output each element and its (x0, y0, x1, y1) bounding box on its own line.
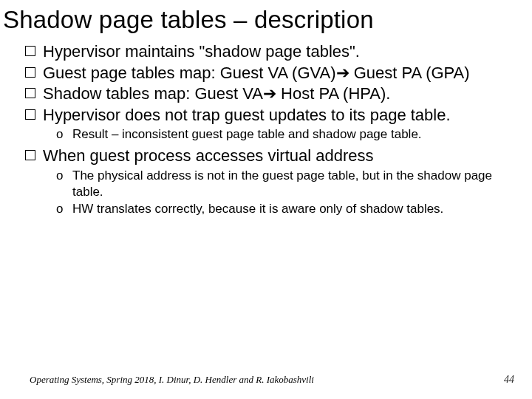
sub-bullet-item: o HW translates correctly, because it is… (56, 201, 513, 217)
circle-bullet-icon: o (56, 126, 72, 143)
square-bullet-icon (25, 67, 35, 78)
bullet-text-part: Guest PA (GPA) (349, 64, 470, 82)
page-number: 44 (504, 374, 514, 386)
bullet-text-part: Shadow tables map: Guest VA (43, 84, 263, 103)
square-bullet-icon (25, 109, 35, 120)
bullet-text: Hypervisor does not trap guest updates t… (43, 105, 513, 126)
bullet-text-part: Guest page tables map: Guest VA (GVA) (43, 64, 336, 82)
bullet-text: Shadow tables map: Guest VA➔ Host PA (HP… (43, 83, 513, 104)
circle-bullet-icon: o (56, 168, 72, 200)
square-bullet-icon (25, 46, 35, 56)
square-bullet-icon (25, 150, 35, 160)
circle-bullet-icon: o (56, 201, 72, 217)
bullet-text: When guest process accesses virtual addr… (43, 146, 513, 166)
bullet-text-part: Host PA (HPA). (276, 84, 390, 103)
sub-bullet-text: HW translates correctly, because it is a… (72, 201, 513, 217)
sub-bullet-group: o The physical address is not in the gue… (25, 168, 513, 217)
bullet-text: Hypervisor maintains "shadow page tables… (43, 41, 513, 62)
bullet-text: Guest page tables map: Guest VA (GVA)➔ G… (43, 63, 513, 83)
sub-bullet-text: Result – inconsistent guest page table a… (72, 126, 513, 143)
bullet-item: When guest process accesses virtual addr… (25, 146, 513, 166)
slide: Shadow page tables – description Hypervi… (0, 0, 532, 399)
slide-body: Hypervisor maintains "shadow page tables… (3, 41, 519, 217)
square-bullet-icon (25, 88, 35, 98)
bullet-item: Shadow tables map: Guest VA➔ Host PA (HP… (25, 83, 513, 104)
sub-bullet-text: The physical address is not in the guest… (72, 168, 513, 200)
sub-bullet-item: o Result – inconsistent guest page table… (56, 126, 513, 143)
arrow-icon: ➔ (336, 64, 349, 82)
bullet-item: Hypervisor does not trap guest updates t… (25, 105, 513, 126)
sub-bullet-item: o The physical address is not in the gue… (56, 168, 513, 200)
bullet-item: Hypervisor maintains "shadow page tables… (25, 41, 513, 62)
slide-title: Shadow page tables – description (3, 6, 519, 34)
arrow-icon: ➔ (263, 84, 276, 103)
footer-text: Operating Systems, Spring 2018, I. Dinur… (30, 374, 314, 386)
bullet-item: Guest page tables map: Guest VA (GVA)➔ G… (25, 63, 513, 83)
sub-bullet-group: o Result – inconsistent guest page table… (25, 126, 513, 143)
